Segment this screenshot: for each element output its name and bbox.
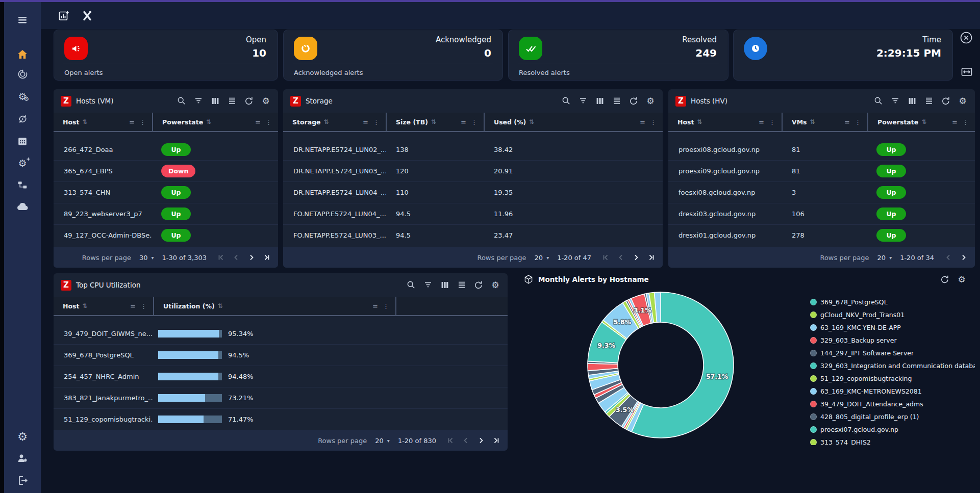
refresh-icon[interactable] [941,96,951,106]
presentation-display-icon[interactable] [960,66,973,79]
column-filter-icon[interactable]: = [255,118,261,126]
legend-item[interactable]: 144_297_IPT Software Server [810,347,975,359]
column-header[interactable]: VMs⇅=⋮ [782,113,867,131]
row-density-icon[interactable] [227,96,237,106]
add-chart-icon[interactable] [56,8,71,23]
column-header[interactable]: Host⇅=⋮ [54,297,153,315]
table-row[interactable]: 89_223_webserver3_p7Up [54,203,278,225]
prev-page-icon[interactable] [617,253,625,262]
refresh-icon[interactable] [244,96,254,106]
first-page-icon[interactable] [217,253,225,262]
column-menu-icon[interactable]: ⋮ [650,118,657,126]
rows-per-page-select[interactable]: 20▾ [535,254,549,262]
table-row[interactable]: FO.NETAPP.E5724_LUN03_...94.523.47 [283,225,663,246]
prev-page-icon[interactable] [232,253,240,262]
refresh-icon[interactable] [629,96,639,106]
filter-icon[interactable] [578,96,588,106]
column-header[interactable]: Powerstate⇅=⋮ [867,113,975,131]
legend-item[interactable]: 313_574_DHIS2 [810,436,975,445]
sort-icon[interactable]: ⇅ [431,118,436,125]
table-row[interactable]: 254_457_NHRC_Admin94.48% [54,366,508,387]
column-header[interactable]: Size (TB)⇅=⋮ [386,113,484,131]
customize-tools-icon[interactable] [80,8,95,23]
row-density-icon[interactable] [612,96,622,106]
legend-item[interactable]: 51_129_copomisbugtracking [810,372,975,385]
last-page-icon[interactable] [647,253,656,262]
prev-page-icon[interactable] [944,253,952,262]
menu-icon[interactable] [4,12,41,28]
column-header[interactable]: Used (%)⇅=⋮ [484,113,663,131]
legend-item[interactable]: 63_169_KMC-YEN-DE-APP [810,321,975,334]
gear-sparkle-icon[interactable]: ⚙ [4,155,41,171]
sort-icon[interactable]: ⇅ [921,118,926,125]
column-filter-icon[interactable]: = [372,302,378,310]
search-icon[interactable] [561,96,571,106]
topology-icon[interactable] [4,177,41,193]
table-row[interactable]: DR.NETAPP.E5724_LUN04_...11019.35 [283,182,663,203]
next-page-icon[interactable] [960,253,968,262]
column-header[interactable]: Powerstate⇅=⋮ [152,113,278,131]
columns-icon[interactable] [440,280,450,290]
column-header[interactable]: Storage⇅=⋮ [283,113,386,131]
table-row[interactable]: 313_574_CHNUp [54,182,278,203]
table-row[interactable]: dresxi03.gcloud.gov.np106Up [668,203,975,225]
sync-sparkle-icon[interactable] [4,111,41,126]
rows-per-page-select[interactable]: 20▾ [877,254,892,262]
column-menu-icon[interactable]: ⋮ [140,302,147,310]
column-menu-icon[interactable]: ⋮ [383,302,389,310]
table-row[interactable]: dresxi01.gcloud.gov.np278Up [668,225,975,246]
column-filter-icon[interactable]: = [461,118,466,126]
table-row[interactable]: DR.NETAPP.E5724_LUN02_...13838.42 [283,139,663,161]
first-page-icon[interactable] [446,436,455,445]
column-menu-icon[interactable]: ⋮ [471,118,478,126]
legend-item[interactable]: 428_805_digital_profile_erp (1) [810,410,975,423]
filter-icon[interactable] [193,96,204,106]
settings-gear-icon[interactable]: ⚙ [490,280,500,290]
table-row[interactable]: 365_674_EBPSDown [54,161,278,182]
table-row[interactable]: 39_479_DOIT_GIWMS_ne...95.34% [54,323,508,345]
donut-chart[interactable]: 57.1%3.5%9.3%5.8%3.1% [574,283,747,452]
column-filter-icon[interactable]: = [952,118,958,126]
columns-icon[interactable] [210,96,220,106]
filter-icon[interactable] [423,280,433,290]
columns-icon[interactable] [907,96,917,106]
column-filter-icon[interactable]: = [130,302,136,310]
settings-gear-icon[interactable]: ⚙ [261,96,271,106]
table-row[interactable]: foesxi08.gcloud.gov.np3Up [668,182,975,203]
column-filter-icon[interactable]: = [640,118,645,126]
legend-item[interactable]: 369_678_PostgreSQL [810,296,975,308]
settings-gear-icon[interactable]: ⚙ [957,274,967,284]
table-row[interactable]: 49_127_OCC-Admin-DBSe...Up [54,225,278,246]
table-row[interactable]: 369_678_PostgreSQL94.5% [54,345,508,366]
legend-item[interactable]: 39_479_DOIT_Attendance_adms [810,398,975,410]
rows-per-page-select[interactable]: 30▾ [139,254,154,262]
column-menu-icon[interactable]: ⋮ [265,118,272,126]
calendar-icon[interactable] [4,134,41,149]
column-header[interactable]: Host⇅=⋮ [54,113,152,131]
columns-icon[interactable] [595,96,605,106]
column-filter-icon[interactable]: = [363,118,368,126]
user-settings-icon[interactable] [4,451,41,466]
logout-icon[interactable] [4,473,41,488]
sort-icon[interactable]: ⇅ [206,118,211,125]
row-density-icon[interactable] [924,96,934,106]
table-row[interactable]: FO.NETAPP.E5724_LUN04_...94.511.96 [283,203,663,225]
table-row[interactable]: 383_821_Janakpurmetro_...73.21% [54,387,508,409]
search-icon[interactable] [873,96,884,106]
cloud-icon[interactable] [4,199,41,215]
next-page-icon[interactable] [477,436,485,445]
settings-gear-icon[interactable]: ⚙ [4,429,41,445]
prev-page-icon[interactable] [462,436,470,445]
settings-gear-icon[interactable]: ⚙ [958,96,968,106]
home-icon[interactable] [4,47,41,62]
search-icon[interactable] [177,96,187,106]
table-row[interactable]: proesxi08.gcloud.gov.np81Up [668,139,975,161]
rows-per-page-select[interactable]: 20▾ [375,437,390,445]
close-circle-icon[interactable] [959,31,973,45]
column-menu-icon[interactable]: ⋮ [769,118,775,126]
legend-item[interactable]: 63_169_KMC-METRONEWS2081 [810,385,975,398]
first-page-icon[interactable] [601,253,610,262]
column-filter-icon[interactable]: = [129,118,135,126]
next-page-icon[interactable] [247,253,256,262]
sort-icon[interactable]: ⇅ [810,118,815,125]
